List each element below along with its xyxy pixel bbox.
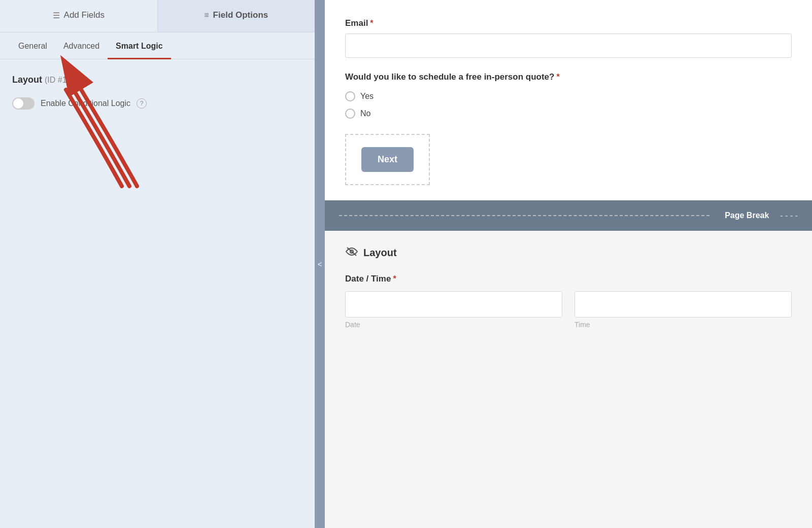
radio-no-label: No bbox=[360, 109, 370, 118]
radio-yes[interactable]: Yes bbox=[345, 91, 792, 101]
panel-header-tabs: ☰ Add Fields ≡ Field Options bbox=[0, 0, 315, 32]
collapse-icon: < bbox=[318, 260, 322, 268]
layout-section-title: Layout bbox=[363, 247, 397, 259]
tab-advanced[interactable]: Advanced bbox=[55, 32, 108, 59]
collapse-handle[interactable]: < bbox=[315, 0, 325, 528]
add-fields-label: Add Fields bbox=[64, 10, 105, 20]
datetime-fields: Date Time bbox=[345, 291, 792, 329]
dashed-suffix: - - - - bbox=[780, 211, 798, 220]
help-icon[interactable]: ? bbox=[137, 98, 147, 109]
radio-no[interactable]: No bbox=[345, 109, 792, 119]
date-sublabel: Date bbox=[345, 321, 562, 329]
dashed-line-left bbox=[339, 215, 709, 216]
next-button-area: Next bbox=[345, 134, 430, 185]
layout-section-icon bbox=[345, 246, 358, 260]
email-field-label: Email * bbox=[345, 18, 792, 28]
email-required-star: * bbox=[370, 19, 373, 28]
sub-tabs: General Advanced Smart Logic bbox=[0, 32, 315, 59]
conditional-logic-row: Enable Conditional Logic ? bbox=[12, 97, 302, 110]
form-section: Email * Would you like to schedule a fre… bbox=[325, 0, 812, 200]
question-required-star: * bbox=[556, 73, 559, 82]
arrow-annotation bbox=[51, 75, 162, 191]
field-options-icon: ≡ bbox=[204, 11, 209, 20]
date-input[interactable] bbox=[345, 291, 562, 318]
tab-smart-logic[interactable]: Smart Logic bbox=[108, 32, 171, 59]
radio-group: Yes No bbox=[345, 91, 792, 119]
tab-field-options[interactable]: ≡ Field Options bbox=[158, 0, 315, 32]
datetime-required-star: * bbox=[393, 274, 396, 284]
time-sublabel: Time bbox=[574, 321, 792, 329]
email-input[interactable] bbox=[345, 33, 792, 58]
conditional-logic-label: Enable Conditional Logic bbox=[41, 99, 130, 108]
datetime-label: Date / Time * bbox=[345, 274, 792, 284]
time-field: Time bbox=[574, 291, 792, 329]
radio-no-circle bbox=[345, 109, 355, 119]
date-field: Date bbox=[345, 291, 562, 329]
conditional-logic-toggle[interactable] bbox=[12, 97, 35, 110]
page-break-bar: Page Break - - - - bbox=[325, 200, 812, 231]
radio-yes-circle bbox=[345, 91, 355, 101]
time-input[interactable] bbox=[574, 291, 792, 318]
radio-yes-label: Yes bbox=[360, 92, 374, 101]
right-panel: Email * Would you like to schedule a fre… bbox=[325, 0, 812, 528]
page-break-label: Page Break bbox=[725, 211, 769, 220]
layout-section: Layout Date / Time * Date Time bbox=[325, 231, 812, 528]
field-options-label: Field Options bbox=[213, 10, 268, 20]
add-fields-icon: ☰ bbox=[53, 11, 60, 20]
tab-general[interactable]: General bbox=[10, 32, 55, 59]
next-button[interactable]: Next bbox=[361, 147, 414, 172]
tab-add-fields[interactable]: ☰ Add Fields bbox=[0, 0, 158, 32]
panel-content: Layout (ID #14) Enable Conditional Logic… bbox=[0, 59, 315, 528]
layout-title: Layout (ID #14) bbox=[12, 75, 302, 85]
left-panel: ☰ Add Fields ≡ Field Options General Adv… bbox=[0, 0, 315, 528]
question-label: Would you like to schedule a free in-per… bbox=[345, 72, 792, 82]
layout-section-header: Layout bbox=[345, 246, 792, 260]
